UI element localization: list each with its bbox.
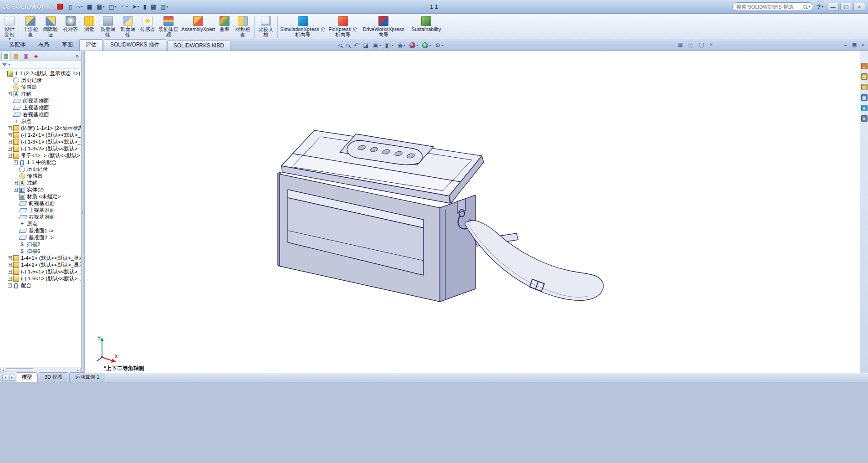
view-settings-button[interactable]: ⚙▾ [434,41,444,50]
scrollbar-track[interactable] [5,368,76,373]
ribbon-design-study-button[interactable]: 设计算例▾ [2,15,17,39]
zoom-area-button[interactable] [346,41,350,50]
expand-icon[interactable]: + [8,270,12,274]
doc-minimize-button[interactable]: – [842,41,849,48]
make-drawing-button[interactable]: ▤▾ [95,3,106,11]
expand-icon[interactable]: + [8,92,12,96]
help-button[interactable]: ? ▾ [817,3,823,10]
expand-icon[interactable]: + [8,126,12,130]
scroll-right-icon[interactable]: ▸ [76,368,81,373]
tree-item[interactable]: 1-1 (2-2<默认_显示状态-1>) [0,70,81,77]
expand-icon[interactable]: + [8,133,12,137]
ribbon-assemblyxpert-button[interactable]: AssemblyXpert [180,15,216,39]
zoom-fit-button[interactable] [338,41,342,50]
expand-icon[interactable]: + [14,160,18,165]
tree-item[interactable]: 传感器 [0,84,81,91]
display-style-button[interactable]: ◧▾ [385,41,394,50]
save-document-button[interactable]: ▦ [86,3,94,11]
print-document-button[interactable]: ◳▾ [107,3,117,11]
solidworks-mbd-tab[interactable]: SOLIDWORKS MBD [167,41,230,51]
3d-views-tab[interactable]: 3D 视图 [39,372,68,382]
ribbon-floxpress-button[interactable]: FloXpress 分析向导 [327,15,359,39]
ribbon-sustainability-button[interactable]: Sustainability [408,15,445,39]
tree-item[interactable]: +(-) 1-6<1> (默认<<默认>_显示状态) [0,275,81,282]
ribbon-interference-button[interactable]: 干涉检查 [20,15,41,39]
tree-item[interactable]: 上视基准面 [0,207,81,214]
3d-model-bag[interactable] [85,51,860,373]
view-orientation-button[interactable]: ▣▾ [372,41,381,50]
doc-restore-button[interactable]: ▣ [851,41,858,48]
expand-icon[interactable]: + [8,140,12,144]
tree-item[interactable]: 基准面2 -> [0,234,81,241]
edit-appearance-button[interactable]: ▾ [409,41,419,50]
window-close-button[interactable]: × [853,3,865,11]
ribbon-curvature-button[interactable]: 曲率 [216,15,233,39]
tree-item[interactable]: +(-) 1-3<2> (默认<<默认>_显示状态) [0,145,81,152]
viewport-arrange-icon[interactable]: ▦ [678,41,683,48]
viewport-split-icon[interactable]: ◫ [688,41,693,48]
tree-item[interactable]: 前视基准面 [0,200,81,207]
expand-icon[interactable]: + [8,277,12,281]
ribbon-clearance-button[interactable]: 间隙验证 [41,15,61,39]
tree-item[interactable]: 前视基准面 [0,98,81,104]
tree-item[interactable]: -带子<1> -> (默认<<默认>_显示状态) [0,152,81,159]
expand-icon[interactable]: + [8,147,12,151]
search-icon[interactable] [803,5,807,9]
tree-item[interactable]: +1-1 中的配合 [0,159,81,166]
previous-view-button[interactable]: ↶ [353,41,359,50]
ribbon-compare-documents-button[interactable]: 比较文档 [256,15,276,39]
search-dropdown-icon[interactable]: ▾ [808,5,810,9]
window-minimize-button[interactable]: — [827,3,839,11]
view-palette-button[interactable]: ▦ [861,94,868,101]
ribbon-measure-button[interactable]: 测量 [81,15,98,39]
tree-horizontal-scrollbar[interactable]: ◂ ▸ [0,367,81,373]
section-view-button[interactable]: ◪ [363,41,369,50]
motion-study-tab[interactable]: 运动算例 1 [69,372,105,382]
new-document-button[interactable]: ▯ [67,3,73,11]
sketch-tab[interactable]: 草图 [56,39,79,51]
tree-item[interactable]: +(-) 1-2<1> (默认<<默认>_显示状态) [0,132,81,139]
search-box[interactable]: ▾ [732,2,813,11]
tree-item[interactable]: 传感器 [0,173,81,180]
tree-item[interactable]: 基准面1 -> [0,227,81,234]
filter-funnel-icon[interactable] [2,63,7,67]
tree-item[interactable]: +◧实体(2) [0,186,81,193]
ribbon-hole-alignment-button[interactable]: 孔对齐 [61,15,81,39]
ribbon-sensor-button[interactable]: 传感器 [138,15,157,39]
tree-item[interactable]: +(-) 1-5<1> (默认<<默认>_显示状态) [0,268,81,275]
collapse-icon[interactable]: - [8,154,12,158]
filter-dropdown-icon[interactable]: ▾ [8,63,10,67]
select-tool-button[interactable]: ➤▾ [131,3,141,11]
expand-icon[interactable]: + [14,188,18,192]
ribbon-assembly-visualization-button[interactable]: 装配体直观 [157,15,180,39]
tree-item[interactable]: ▦材质 <未指定> [0,193,81,200]
file-properties-button[interactable]: ▤ [149,3,158,11]
tree-item[interactable]: 右视基准面 [0,214,81,221]
file-explorer-button[interactable]: ▥ [861,84,868,90]
doc-close-button[interactable]: × [860,41,866,48]
expand-icon[interactable]: + [8,283,12,288]
model-tab-scroll-left[interactable]: ◂ [2,375,8,381]
scroll-left-icon[interactable]: ◂ [0,368,5,373]
ribbon-section-properties-button[interactable]: 剖面属性 [118,15,138,39]
solidworks-addins-tab[interactable]: SOLIDWORKS 插件 [104,39,166,51]
evaluate-tab[interactable]: 评估 [79,39,103,51]
tree-item[interactable]: +配合 [0,282,81,289]
tree-item[interactable]: 历史记录 [0,77,81,84]
open-document-button[interactable]: ▱▾ [75,3,84,11]
tree-item[interactable]: +A注解 [0,180,81,186]
panel-splitter[interactable]: ⁞ [81,51,85,373]
custom-properties-button[interactable]: ≡ [861,115,868,122]
tree-item[interactable]: 上视基准面 [0,104,81,111]
tree-item[interactable]: +1-4<2> (默认<<默认>_显示状态) [0,262,81,268]
tree-item[interactable]: +原点 [0,221,81,227]
tree-item[interactable]: +A注解 [0,91,81,98]
model-tab-scroll-right[interactable]: ▸ [9,375,15,381]
expand-icon[interactable]: + [14,181,18,185]
undo-button[interactable]: ↶▾ [119,3,129,11]
assembly-tab[interactable]: 装配体 [3,39,32,51]
expand-icon[interactable]: + [8,263,12,267]
design-library-button[interactable]: ▤ [861,73,868,80]
ribbon-simulationxpress-button[interactable]: SimulationXpress 分析向导 [279,15,327,39]
scrollbar-thumb[interactable] [6,368,33,372]
